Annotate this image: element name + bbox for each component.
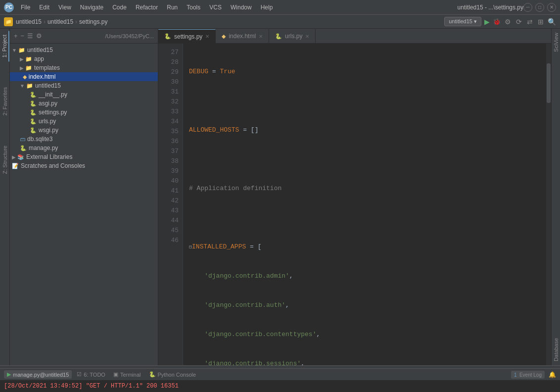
breadcrumb: untitled15 › untitled15 › settings.py <box>16 18 441 25</box>
tab-urls-py[interactable]: 🐍 urls.py ✕ <box>269 29 316 43</box>
left-sidebar: 1: Project 2: Favorites Z: Structure <box>0 29 10 365</box>
debug-button[interactable]: 🐞 <box>493 18 501 25</box>
close-button[interactable]: ✕ <box>547 3 556 12</box>
folder-icon-app: 📁 <box>25 56 32 62</box>
menu-help[interactable]: Help <box>257 3 277 12</box>
ext-icon-libraries: 📚 <box>17 154 24 160</box>
tree-item-index-html[interactable]: ◆ index.html <box>10 72 158 81</box>
sciview-label[interactable]: SciView <box>552 29 560 56</box>
database-label[interactable]: Database <box>552 334 560 365</box>
breadcrumb-project[interactable]: untitled15 <box>16 18 42 25</box>
linenum-44: 44 <box>160 216 179 226</box>
sidebar-item-structure[interactable]: Z: Structure <box>1 142 9 178</box>
tree-item-init-py[interactable]: 🐍 __init__.py <box>10 90 158 99</box>
tree-label-wsgi-py: wsgi.py <box>39 127 58 134</box>
menu-vcs[interactable]: VCS <box>205 3 226 12</box>
tree-item-root[interactable]: ▼ 📁 untitled15 <box>10 46 158 54</box>
tree-label-index-html: index.html <box>29 73 56 80</box>
code-line-28 <box>189 96 540 106</box>
py-icon-settings: 🐍 <box>30 109 37 116</box>
breadcrumb-project2[interactable]: untitled15 <box>47 18 73 25</box>
menu-tools[interactable]: Tools <box>183 3 204 12</box>
py-icon-urls: 🐍 <box>30 118 37 125</box>
sidebar-item-favorites[interactable]: 2: Favorites <box>1 83 9 119</box>
linenum-34: 34 <box>160 117 179 127</box>
profile-icon[interactable]: ⟳ <box>516 18 522 26</box>
tree-item-templates[interactable]: ▶ 📁 templates <box>10 63 158 72</box>
window-controls: ─ □ ✕ <box>523 3 556 12</box>
menu-window[interactable]: Window <box>227 3 256 12</box>
db-icon-sqlite3: 🗃 <box>20 136 25 142</box>
filetree-remove-btn[interactable]: − <box>21 32 25 40</box>
event-badge-label: Event Log <box>519 372 542 378</box>
sidebar-item-project[interactable]: 1: Project <box>0 31 9 61</box>
menu-run[interactable]: Run <box>163 3 182 12</box>
project-icon[interactable]: 📁 <box>4 17 13 26</box>
tree-arrow-root: ▼ <box>12 48 17 53</box>
py-icon-manage: 🐍 <box>20 145 27 151</box>
tree-item-urls-py[interactable]: 🐍 urls.py <box>10 117 158 126</box>
linenum-33: 33 <box>160 107 179 117</box>
filetree-add-btn[interactable]: + <box>14 32 18 40</box>
vcs-icon[interactable]: ⊞ <box>538 18 544 26</box>
code-line-33: ⊟INSTALLED_APPS = [ <box>189 242 540 252</box>
coverage-icon[interactable]: ⚙ <box>505 18 511 26</box>
project-selector[interactable]: untitled15 ▾ <box>444 17 481 26</box>
menu-view[interactable]: View <box>54 3 75 12</box>
run-button[interactable]: ▶ <box>484 18 490 26</box>
linenum-36: 36 <box>160 137 179 147</box>
tree-item-scratches[interactable]: 📝 Scratches and Consoles <box>10 161 158 170</box>
tab-close-urls[interactable]: ✕ <box>305 34 309 39</box>
menu-edit[interactable]: Edit <box>35 3 53 12</box>
tree-item-asgi-py[interactable]: 🐍 asgi.py <box>10 99 158 108</box>
html-icon-index: ◆ <box>23 74 27 80</box>
tree-item-external-libs[interactable]: ▶ 📚 External Libraries <box>10 152 158 161</box>
filetree-menu-btn[interactable]: ☰ <box>27 32 33 40</box>
todo-tab[interactable]: ☑ 6: TODO <box>74 370 108 379</box>
tab-close-index[interactable]: ✕ <box>259 34 263 39</box>
code-area[interactable]: DEBUG = True ALLOWED_HOSTS = [] # Applic… <box>183 44 546 365</box>
tree-item-manage-py[interactable]: 🐍 manage.py <box>10 144 158 152</box>
tree-label-urls-py: urls.py <box>39 118 56 125</box>
breadcrumb-file[interactable]: settings.py <box>79 18 107 25</box>
build-icon[interactable]: ⇄ <box>527 18 533 26</box>
menu-navigate[interactable]: Navigate <box>76 3 107 12</box>
notification-bell-icon[interactable]: 🔔 <box>549 371 556 378</box>
filetree-content: ▼ 📁 untitled15 ▶ 📁 app ▶ 📁 templates ◆ i… <box>10 44 158 365</box>
maximize-button[interactable]: □ <box>535 3 544 12</box>
bottom-content: [28/Oct/2021 13:49:52] "GET / HTTP/1.1" … <box>0 380 560 392</box>
code-line-37: 'django.contrib.sessions', <box>189 359 540 365</box>
minimize-button[interactable]: ─ <box>523 3 532 12</box>
code-line-34: 'django.contrib.admin', <box>189 271 540 281</box>
search-icon[interactable]: 🔍 <box>548 18 556 26</box>
code-line-30 <box>189 154 540 164</box>
bottom-toolbar-right: 1 Event Log 🔔 <box>511 371 556 379</box>
manage-run-icon: ▶ <box>7 371 11 378</box>
menu-code[interactable]: Code <box>108 3 131 12</box>
folder-icon-templates: 📁 <box>25 65 32 71</box>
filetree-settings-btn[interactable]: ⚙ <box>36 32 42 40</box>
tree-item-settings-py[interactable]: 🐍 settings.py <box>10 108 158 117</box>
menu-refactor[interactable]: Refactor <box>132 3 162 12</box>
linenum-29: 29 <box>160 67 179 77</box>
linenum-41: 41 <box>160 186 179 196</box>
python-console-icon: 🐍 <box>149 371 156 378</box>
tab-settings-py[interactable]: 🐍 settings.py ✕ <box>158 29 216 43</box>
scrollbar-thumb[interactable] <box>547 63 551 103</box>
tree-item-db-sqlite3[interactable]: 🗃 db.sqlite3 <box>10 135 158 144</box>
menu-file[interactable]: File <box>17 3 34 12</box>
tab-icon-settings: 🐍 <box>164 33 171 40</box>
linenum-28: 28 <box>160 57 179 67</box>
tree-item-wsgi-py[interactable]: 🐍 wsgi.py <box>10 126 158 135</box>
python-console-tab[interactable]: 🐍 Python Console <box>146 370 199 379</box>
tab-close-settings[interactable]: ✕ <box>205 34 209 39</box>
terminal-tab[interactable]: ▣ Terminal <box>110 370 144 379</box>
manage-py-tab[interactable]: ▶ manage.py@untitled15 <box>4 370 72 379</box>
linenum-40: 40 <box>160 176 179 186</box>
tree-arrow-untitled15-sub: ▼ <box>20 83 25 89</box>
tab-index-html[interactable]: ◆ index.html ✕ <box>216 29 269 43</box>
event-log-badge[interactable]: 1 Event Log <box>511 371 545 379</box>
tree-item-untitled15-sub[interactable]: ▼ 📁 untitled15 <box>10 81 158 90</box>
vertical-scrollbar[interactable] <box>546 44 551 365</box>
tree-item-app[interactable]: ▶ 📁 app <box>10 54 158 63</box>
